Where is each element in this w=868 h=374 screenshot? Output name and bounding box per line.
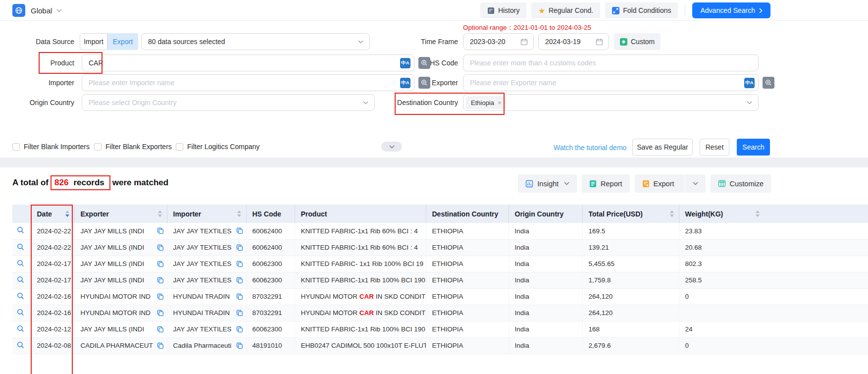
row-view-cell [12,239,31,256]
row-search-icon[interactable] [17,292,24,300]
col-date[interactable]: Date [31,205,74,223]
row-view-cell [12,256,31,272]
page: Global History ★ Regular Cond. Fold Cond… [0,0,868,374]
origin-cell: India [509,223,582,239]
advanced-search-label: Advanced Search [700,6,755,14]
importer-cell: JAY JAY TEXTILES [167,256,246,272]
reset-button[interactable]: Reset [700,139,729,156]
checkbox[interactable] [94,143,102,151]
copy-icon[interactable] [236,310,243,317]
hs-code-input[interactable] [463,55,758,71]
product-input[interactable] [82,55,414,71]
fold-conditions-button[interactable]: Fold Conditions [605,2,678,18]
customize-button[interactable]: Customize [711,174,771,193]
importer-name: Cadila Pharmaceuti [173,342,232,349]
origin-cell: India [509,288,582,305]
export-toggle[interactable]: Export [107,33,138,50]
table-row: 2024-02-12 JAY JAY MILLS (INDI JAY JAY T… [12,321,868,337]
importer-cell: JAY JAY TEXTILES [167,239,246,256]
copy-icon[interactable] [157,277,164,284]
save-as-regular-button[interactable]: Save as Regular [632,139,693,156]
row-search-icon[interactable] [17,309,24,316]
copy-icon[interactable] [236,326,243,333]
search-mode-icon[interactable] [763,77,774,89]
custom-button[interactable]: Custom [614,33,661,50]
copy-icon[interactable] [157,261,164,267]
origin-cell: India [509,337,582,354]
import-toggle[interactable]: Import [80,33,107,50]
origin-country-select[interactable]: Please select Origin Country [82,94,375,111]
table-row: 2024-02-16 HYUNDAI MOTOR IND HYUNDAI TRA… [12,288,868,305]
advanced-search-button[interactable]: Advanced Search [692,2,770,18]
row-search-icon[interactable] [17,325,24,332]
section-divider [0,158,868,167]
copy-icon[interactable] [157,293,164,300]
total-price-cell: 264,120 [582,288,679,305]
exporter-cell: JAY JAY MILLS (INDI [74,321,167,337]
history-button[interactable]: History [480,2,527,18]
date-to-input[interactable]: 2024-03-19 [538,33,609,50]
destination-cell: ETHIOPIA [426,288,509,305]
search-button[interactable]: Search [737,139,770,156]
row-search-icon[interactable] [17,276,24,283]
export-dropdown-toggle[interactable] [685,174,706,193]
copy-icon[interactable] [236,342,243,349]
destination-country-select[interactable]: Ethiopia × [463,94,759,111]
translate-icon[interactable]: 中A [744,78,755,88]
copy-icon[interactable] [157,326,164,333]
col-weight[interactable]: Weight(KG) [679,205,868,223]
weight-cell: 258.5 [679,272,868,288]
filter-blank-importers: Filter Blank Importers [12,143,90,151]
copy-icon[interactable] [236,227,243,234]
region-selector[interactable]: Global [31,0,62,21]
product-cell: HYUNDAI MOTOR CAR IN SKD CONDITI [295,288,426,305]
sort-icon[interactable] [756,211,760,217]
importer-input[interactable] [82,75,414,91]
row-search-icon[interactable] [17,243,24,251]
destination-cell: ETHIOPIA [426,239,509,256]
col-exporter-label: Exporter [81,210,109,218]
copy-icon[interactable] [236,244,243,251]
copy-icon[interactable] [236,277,243,284]
sort-icon[interactable] [158,211,162,217]
sort-icon[interactable] [237,211,241,217]
copy-icon[interactable] [157,244,164,251]
total-price-cell: 169.5 [582,223,679,239]
insight-icon [525,180,533,188]
exporter-cell: JAY JAY MILLS (INDI [74,223,167,239]
history-icon [487,7,495,14]
checkbox[interactable] [12,143,20,151]
tag-close-icon[interactable]: × [498,99,502,107]
export-button[interactable]: Export [635,174,681,193]
regular-cond-label: Regular Cond. [549,6,593,14]
date-from-input[interactable]: 2023-03-20 [463,33,534,50]
copy-icon[interactable] [157,227,164,234]
col-importer-label: Importer [173,210,202,218]
col-total-price[interactable]: Total Price(USD) [582,205,679,223]
sort-icon[interactable] [670,211,674,217]
data-source-toggle: Import Export [80,33,138,50]
col-importer[interactable]: Importer [167,205,246,223]
col-exporter[interactable]: Exporter [74,205,167,223]
insight-button[interactable]: Insight [518,174,577,193]
star-icon: ★ [538,7,545,14]
regular-cond-button[interactable]: ★ Regular Cond. [531,2,600,18]
fold-icon [612,7,619,14]
exporter-input[interactable] [463,75,758,91]
row-search-icon[interactable] [17,341,24,349]
copy-icon[interactable] [236,293,243,300]
copy-icon[interactable] [157,310,164,317]
origin-country-placeholder: Please select Origin Country [89,99,176,107]
checkbox[interactable] [176,143,183,151]
collapse-conditions-toggle[interactable] [381,142,402,152]
exporter-field: 中A [463,74,759,91]
data-sources-select[interactable]: 80 data sources selected [141,33,370,50]
copy-icon[interactable] [157,342,164,349]
tutorial-demo-link[interactable]: Watch the tutorial demo [554,144,626,152]
row-search-icon[interactable] [17,260,24,267]
copy-icon[interactable] [236,261,243,267]
row-search-icon[interactable] [17,226,24,234]
sort-icon[interactable] [65,211,69,217]
report-button[interactable]: Report [582,174,630,193]
origin-country-label: Origin Country [0,94,74,111]
